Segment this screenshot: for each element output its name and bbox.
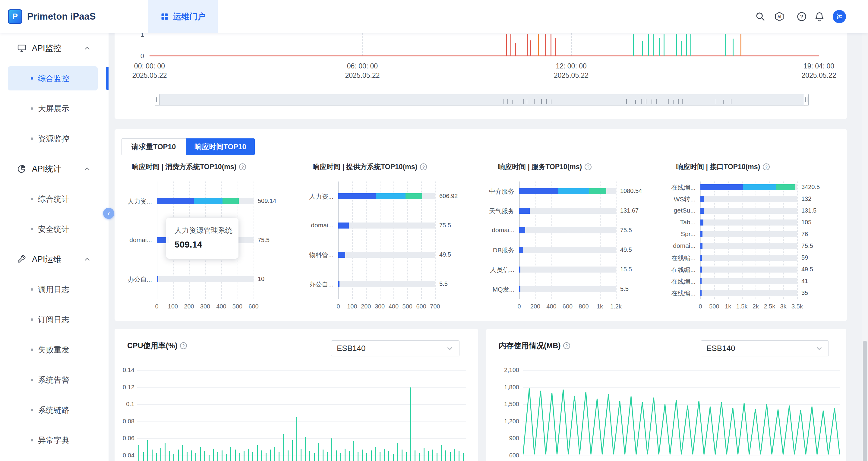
sidebar-item[interactable]: 失败重发 — [0, 335, 108, 365]
bar-value-label: 49.5 — [439, 251, 451, 258]
sidebar-item[interactable]: 安全统计 — [0, 214, 108, 244]
chart-title-text: 响应时间 | 消费方系统TOP10(ms) — [132, 162, 236, 172]
cpu-spike — [222, 451, 222, 461]
category-label: 在线编... — [656, 266, 695, 274]
help-icon[interactable]: ? — [763, 163, 770, 171]
bar-value-label: 59 — [801, 254, 808, 261]
x-axis-tick-label: 200 — [361, 303, 371, 310]
bar-track — [701, 231, 797, 237]
help-icon[interactable]: ? — [420, 163, 427, 171]
datazoom-handle-left[interactable] — [155, 94, 159, 106]
timeline-chart: 1000: 00: 002025.05.2206: 00: 002025.05.… — [115, 33, 847, 119]
sidebar-item[interactable]: 综合统计 — [0, 184, 108, 214]
sidebar-item[interactable]: 资源监控 — [0, 124, 108, 154]
timeline-spike-teal — [690, 34, 691, 56]
sidebar-item[interactable]: 异常字典 — [0, 425, 108, 455]
cpu-spike — [388, 451, 389, 461]
cpu-spike — [266, 453, 267, 461]
x-axis-tick-label: 0 — [337, 303, 340, 310]
x-axis-tick-label: 0 — [517, 303, 521, 310]
x-axis-tick-label: 700 — [430, 303, 440, 310]
cpu-spike — [410, 388, 411, 461]
memory-line-chart — [523, 329, 840, 461]
cpu-spike — [147, 440, 148, 461]
item-bullet — [31, 137, 33, 140]
datazoom-mini-tick — [546, 99, 547, 104]
sidebar-item[interactable]: 综合监控 — [0, 63, 108, 93]
sidebar-item[interactable]: 系统链路 — [0, 395, 108, 425]
datazoom-handle-right[interactable] — [804, 94, 809, 106]
bar-value-label: 3420.5 — [801, 184, 820, 190]
bar-segment — [776, 184, 795, 190]
datazoom-mini-tick — [673, 100, 674, 104]
sidebar-collapse-button[interactable]: ‹ — [103, 208, 114, 219]
datazoom-mini-tick — [723, 100, 723, 104]
item-label: 资源监控 — [38, 133, 69, 144]
x-axis-tick-label: 2.5k — [764, 303, 775, 310]
bar-fill — [519, 286, 520, 292]
bar-segment — [157, 198, 194, 204]
sidebar-section[interactable]: API运维 — [0, 244, 108, 274]
bar-track — [338, 193, 435, 199]
x-axis-tick-label: 1k — [725, 303, 731, 310]
search-icon[interactable] — [755, 11, 766, 22]
x-axis-tick-label: 3k — [780, 303, 786, 310]
x-axis-tick-label: 600 — [248, 303, 258, 310]
chart-tooltip: 人力资源管理系统 509.14 — [166, 218, 239, 259]
timeline-spike-teal — [733, 39, 734, 56]
datazoom-mini-tick — [626, 99, 627, 104]
cpu-spike — [459, 451, 460, 461]
sidebar-item[interactable]: 大屏展示 — [0, 93, 108, 124]
sidebar-item[interactable]: 订阅日志 — [0, 305, 108, 335]
app-logo-icon: P — [8, 9, 22, 24]
cpu-spike-chart — [137, 329, 466, 461]
chart-title: 响应时间 | 消费方系统TOP10(ms)? — [132, 162, 246, 172]
cpu-spike — [454, 449, 455, 461]
bar-track — [701, 267, 797, 273]
timeline-spike-red — [527, 34, 528, 56]
datazoom-mini-tick — [656, 99, 657, 104]
gridline — [797, 182, 798, 299]
notification-bell-icon[interactable] — [814, 11, 825, 22]
bar-fill — [519, 227, 525, 233]
help-icon[interactable]: ? — [239, 163, 246, 171]
help-icon[interactable]: ? — [796, 11, 807, 22]
x-axis-tick-label: 00: 00: 002025.05.22 — [116, 62, 183, 80]
x-axis-tick-label: 500 — [402, 303, 412, 310]
help-icon[interactable]: ? — [585, 163, 592, 171]
x-axis-tick-label: 06: 00: 002025.05.22 — [329, 62, 396, 80]
sidebar-item[interactable]: 调用日志 — [0, 274, 108, 305]
bar-fill — [701, 231, 703, 237]
gridline — [435, 182, 436, 299]
y-axis-tick-label: 2,100 — [486, 367, 519, 374]
bar-track — [701, 196, 797, 202]
timeline-spike-orange — [538, 34, 539, 56]
gridline — [552, 182, 552, 299]
sidebar-item[interactable]: 系统告警 — [0, 365, 108, 395]
cpu-spike — [445, 451, 446, 461]
bar-segment — [519, 188, 558, 194]
sidebar-section[interactable]: API统计 — [0, 154, 108, 184]
section-label: API监控 — [32, 43, 83, 54]
y-axis-tick-label: 1,500 — [486, 401, 519, 408]
scrollbar-thumb[interactable] — [863, 341, 867, 461]
sidebar-section[interactable]: API监控 — [0, 33, 108, 63]
ai-assistant-icon[interactable]: AI — [774, 11, 785, 22]
chart-title-text: 响应时间 | 接口TOP10(ms) — [676, 162, 760, 172]
timeline-spike-teal — [642, 41, 643, 56]
portal-tab[interactable]: 运维门户 — [148, 0, 218, 33]
x-axis-tick-label: 1.2k — [610, 303, 622, 310]
category-label: MQ发... — [475, 285, 514, 294]
chevron-up-icon — [83, 165, 91, 173]
y-axis-tick-label: 1,800 — [486, 384, 519, 391]
cpu-spike — [327, 452, 328, 461]
gridline — [535, 182, 536, 299]
user-avatar[interactable]: 运 — [833, 10, 846, 23]
cpu-spike — [305, 437, 306, 461]
datazoom-slider[interactable] — [157, 94, 806, 105]
cpu-spike — [230, 447, 231, 461]
item-label: 订阅日志 — [38, 314, 69, 325]
category-label: getSu... — [656, 207, 695, 214]
bar-track — [338, 222, 435, 228]
bar-value-label: 41 — [801, 278, 808, 285]
